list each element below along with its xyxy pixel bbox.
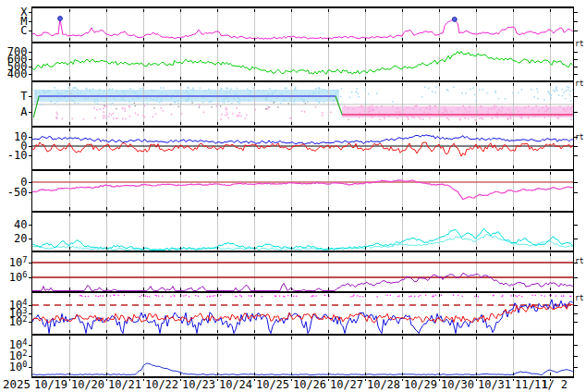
- date-label: 10/21: [108, 378, 141, 391]
- date-label: 10/30: [441, 378, 474, 391]
- date-label: 10/20: [71, 378, 104, 391]
- x-axis-labels: 202510/1910/2010/2110/2210/2310/2410/251…: [3, 377, 568, 391]
- realtime-tag: rt: [575, 294, 584, 302]
- date-label: 10/23: [182, 378, 215, 391]
- svg-text:T: T: [20, 90, 27, 103]
- date-label: 10/19: [34, 378, 67, 391]
- realtime-tag: rt: [575, 80, 584, 88]
- date-label: 10/24: [219, 378, 252, 391]
- date-label: 10/25: [256, 378, 289, 391]
- svg-text:20: 20: [14, 232, 27, 245]
- date-label: 10/31: [478, 378, 511, 391]
- svg-text:-50: -50: [7, 186, 28, 199]
- svg-text:-10: -10: [7, 149, 28, 162]
- realtime-tag: rt: [575, 133, 584, 141]
- date-label: 10/22: [145, 378, 178, 391]
- svg-text:400: 400: [7, 67, 28, 80]
- svg-text:40: 40: [14, 218, 27, 231]
- date-label: 10/26: [293, 378, 326, 391]
- year-label: 2025: [3, 377, 31, 391]
- realtime-tag: rt: [575, 257, 584, 265]
- svg-text:C: C: [20, 24, 27, 37]
- date-label: 10/28: [367, 378, 400, 391]
- svg-text:A: A: [20, 105, 28, 118]
- date-label: 11/ 2: [534, 378, 568, 391]
- realtime-tag: rt: [575, 40, 584, 48]
- space-weather-overview-plot: XMC700600500400TA100-100-504020107106104…: [0, 0, 586, 392]
- plot-canvas: XMC700600500400TA100-100-504020107106104…: [0, 0, 586, 392]
- flare-marker: [452, 18, 457, 22]
- flare-marker: [58, 17, 63, 21]
- y-axis-labels: XMC700600500400TA100-100-504020107106104…: [7, 6, 28, 374]
- date-label: 10/29: [404, 378, 437, 391]
- date-label: 10/27: [330, 378, 363, 391]
